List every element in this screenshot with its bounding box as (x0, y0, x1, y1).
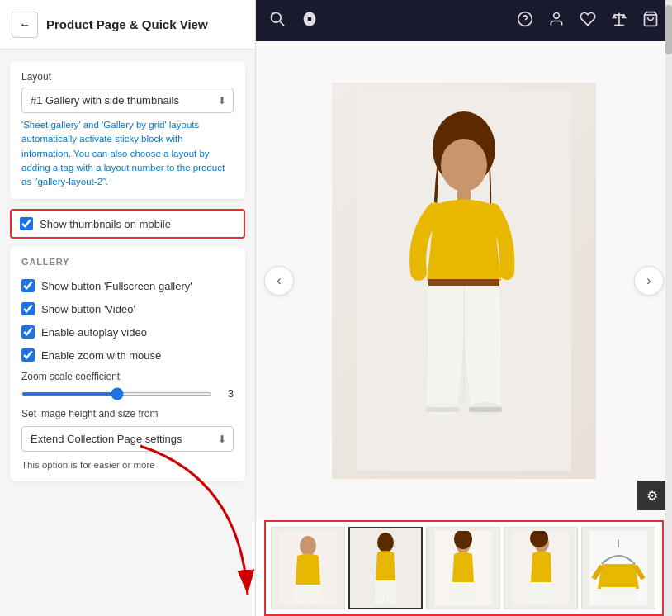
zoom-scale-label: Zoom scale coefficient (21, 371, 234, 382)
fullscreen-checkbox[interactable] (21, 279, 35, 292)
svg-point-12 (441, 139, 487, 192)
video-checkbox[interactable] (21, 302, 35, 315)
back-button[interactable]: ← (12, 12, 38, 38)
user-icon[interactable] (548, 11, 565, 31)
video-row: Show button 'Video' (21, 298, 234, 320)
video-label: Show button 'Video' (41, 303, 135, 315)
layout-info-text: 'Sheet gallery' and 'Gallery by grid' la… (21, 118, 234, 189)
bottom-info: This option is for easier or more (21, 458, 234, 471)
panel-header: ← Product Page & Quick View (0, 0, 255, 50)
layout-label: Layout (21, 71, 234, 83)
set-image-select-wrapper: Extend Collection Page settings Theme se… (21, 426, 234, 452)
svg-point-21 (300, 536, 316, 556)
left-panel: ← Product Page & Quick View Layout #1 Ga… (0, 0, 256, 616)
next-image-button[interactable]: › (634, 266, 664, 296)
right-scrollbar[interactable] (665, 0, 672, 616)
cart-icon[interactable] (642, 11, 659, 31)
svg-point-23 (377, 533, 394, 552)
help-icon[interactable] (517, 11, 533, 31)
fullscreen-label: Show button 'Fullscreen gallery' (41, 280, 192, 292)
zoom-scale-value: 3 (220, 387, 234, 400)
zoom-scale-slider[interactable] (21, 392, 212, 396)
top-nav (256, 0, 672, 41)
heart-icon[interactable] (580, 11, 596, 31)
set-image-label: Set image height and size from (21, 408, 234, 419)
back-icon: ← (19, 18, 30, 31)
search-icon[interactable] (269, 11, 286, 31)
svg-rect-34 (601, 587, 636, 600)
zoom-checkbox[interactable] (21, 348, 35, 362)
settings-fab[interactable]: ⚙ (637, 481, 667, 510)
scale-icon[interactable] (611, 11, 627, 31)
autoplay-label: Enable autoplay video (41, 326, 147, 339)
prev-image-button[interactable]: ‹ (264, 266, 294, 296)
thumbnails-area (264, 520, 664, 616)
svg-rect-18 (426, 407, 459, 412)
svg-rect-14 (428, 279, 499, 286)
logo-icon (301, 10, 319, 32)
settings-fab-icon: ⚙ (646, 488, 658, 504)
layout-select[interactable]: #1 Gallery with side thumbnails #2 Sheet… (21, 88, 234, 113)
gallery-section-label: GALLERY (21, 257, 234, 267)
thumbnail-4[interactable] (504, 527, 578, 609)
svg-line-1 (280, 21, 285, 26)
show-thumbnails-row: Show thumbnails on mobile (10, 209, 245, 239)
show-thumbnails-label: Show thumbnails on mobile (40, 218, 171, 230)
right-scrollbar-thumb (665, 5, 672, 54)
product-main-image (332, 83, 596, 479)
show-thumbnails-checkbox[interactable] (20, 217, 33, 230)
autoplay-checkbox[interactable] (21, 325, 35, 339)
thumbnail-1[interactable] (271, 527, 345, 609)
thumbnail-5[interactable] (581, 527, 655, 609)
product-figure-svg (357, 91, 571, 471)
thumbnail-2[interactable] (348, 527, 423, 609)
product-area: ‹ (256, 41, 672, 520)
zoom-scale-container: Zoom scale coefficient 3 (21, 371, 234, 400)
zoom-scale-row: 3 (21, 387, 234, 400)
right-panel: ‹ (256, 0, 672, 616)
zoom-row: Enable zoom with mouse (21, 344, 234, 366)
gallery-section: GALLERY Show button 'Fullscreen gallery'… (10, 247, 245, 481)
autoplay-row: Enable autoplay video (21, 321, 234, 343)
zoom-label: Enable zoom with mouse (41, 349, 161, 362)
layout-select-wrapper: #1 Gallery with side thumbnails #2 Sheet… (21, 88, 234, 113)
panel-scroll: Layout #1 Gallery with side thumbnails #… (0, 50, 255, 616)
fullscreen-row: Show button 'Fullscreen gallery' (21, 275, 234, 296)
thumbnail-3[interactable] (426, 527, 500, 609)
svg-rect-19 (469, 407, 502, 412)
set-image-select[interactable]: Extend Collection Page settings Theme se… (21, 426, 234, 452)
svg-point-0 (272, 12, 282, 22)
layout-section: Layout #1 Gallery with side thumbnails #… (10, 61, 245, 199)
svg-point-6 (554, 12, 560, 18)
panel-title: Product Page & Quick View (46, 17, 208, 33)
